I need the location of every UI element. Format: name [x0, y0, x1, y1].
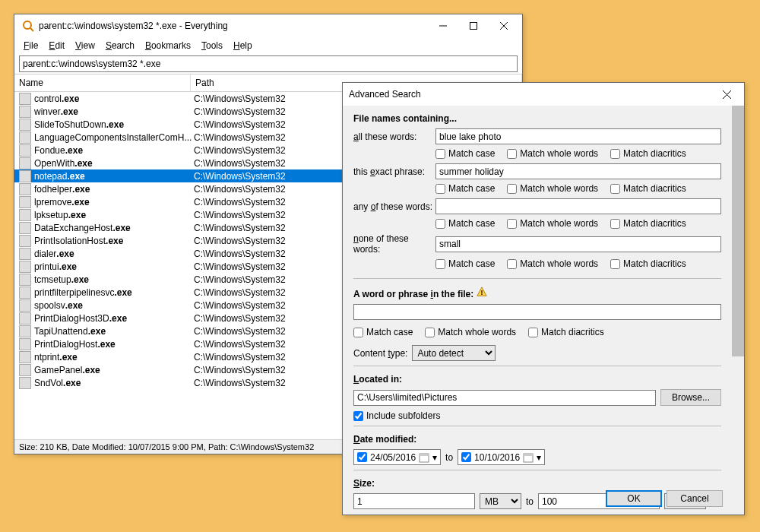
- adv-close-button[interactable]: [715, 84, 738, 105]
- input-exact-phrase[interactable]: [435, 163, 721, 179]
- date-from[interactable]: 24/05/2016▾: [353, 449, 441, 465]
- input-size-from[interactable]: [353, 493, 475, 509]
- chk-match-whole-3[interactable]: Match whole words: [507, 218, 598, 229]
- section-word-in-file: A word or phrase in the file: !: [353, 287, 721, 299]
- file-icon: [19, 196, 31, 208]
- file-name: Fondue.exe: [34, 145, 194, 156]
- menu-edit[interactable]: Edit: [44, 39, 69, 52]
- svg-line-1: [30, 28, 33, 31]
- date-to[interactable]: 10/10/2016▾: [458, 449, 545, 465]
- chk-match-whole-4[interactable]: Match whole words: [507, 258, 598, 269]
- search-input[interactable]: [19, 55, 518, 72]
- file-icon: [19, 274, 31, 286]
- menu-view[interactable]: View: [71, 39, 100, 52]
- input-all-words[interactable]: [435, 128, 721, 144]
- chk-match-diacritics-1[interactable]: Match diacritics: [610, 148, 686, 159]
- warning-icon: !: [477, 287, 487, 297]
- chk-match-diacritics-3[interactable]: Match diacritics: [610, 218, 686, 229]
- menu-file[interactable]: File: [19, 39, 43, 52]
- menu-tools[interactable]: Tools: [197, 39, 227, 52]
- file-icon: [19, 131, 31, 144]
- file-name: PrintDialogHost3D.exe: [34, 313, 194, 324]
- chk-match-case-file[interactable]: Match case: [353, 327, 413, 337]
- adv-body: File names containing... all these words…: [343, 106, 744, 515]
- ok-button[interactable]: OK: [606, 490, 662, 507]
- file-name: dialer.exe: [34, 249, 194, 259]
- chk-include-subfolders[interactable]: Include subfolders: [353, 410, 721, 421]
- chk-match-whole-2[interactable]: Match whole words: [507, 183, 598, 194]
- file-icon: [19, 261, 31, 273]
- column-name[interactable]: Name: [14, 74, 191, 91]
- file-name: spoolsv.exe: [34, 300, 194, 311]
- file-icon: [19, 144, 31, 157]
- close-button[interactable]: [489, 15, 519, 36]
- select-content-type[interactable]: Auto detect: [412, 345, 496, 361]
- input-none-words[interactable]: [435, 236, 721, 252]
- scrollbar-track[interactable]: [732, 106, 744, 515]
- advanced-search-window: Advanced Search File names containing...…: [342, 82, 745, 515]
- file-name: PrintIsolationHost.exe: [34, 236, 194, 246]
- titlebar[interactable]: parent:c:\windows\system32 *.exe - Every…: [14, 14, 522, 37]
- scrollbar-thumb[interactable]: [732, 106, 744, 356]
- chk-match-diacritics-2[interactable]: Match diacritics: [610, 183, 686, 194]
- chk-match-diacritics-4[interactable]: Match diacritics: [610, 258, 686, 269]
- file-name: SndVol.exe: [34, 378, 194, 388]
- file-icon: [19, 299, 31, 312]
- file-icon: [19, 312, 31, 325]
- file-icon: [19, 287, 31, 299]
- minimize-button[interactable]: [428, 15, 458, 36]
- file-icon: [19, 209, 31, 221]
- chk-match-whole-1[interactable]: Match whole words: [507, 148, 598, 159]
- file-name: printui.exe: [34, 261, 194, 272]
- searchbar: [19, 55, 518, 72]
- file-icon: [19, 338, 31, 350]
- label-to-date: to: [445, 452, 453, 463]
- svg-rect-13: [524, 454, 533, 456]
- maximize-button[interactable]: [458, 15, 489, 36]
- chk-match-case-2[interactable]: Match case: [435, 183, 495, 194]
- menubar: File Edit View Search Bookmarks Tools He…: [14, 37, 522, 54]
- file-name: tcmsetup.exe: [34, 274, 194, 285]
- file-name: TapiUnattend.exe: [34, 326, 194, 337]
- file-name: SlideToShutDown.exe: [34, 119, 194, 130]
- input-located-in[interactable]: [353, 390, 656, 406]
- file-icon: [19, 377, 31, 389]
- file-icon: [19, 170, 31, 182]
- label-content-type: Content type:: [353, 348, 407, 359]
- browse-button[interactable]: Browse...: [660, 389, 721, 406]
- file-name: DataExchangeHost.exe: [34, 223, 194, 233]
- file-name: lpksetup.exe: [34, 210, 194, 220]
- section-file-names: File names containing...: [353, 113, 721, 124]
- chk-match-diacritics-file[interactable]: Match diacritics: [528, 327, 604, 337]
- file-icon: [19, 93, 31, 105]
- file-icon: [19, 364, 31, 376]
- section-date-modified: Date modified:: [353, 434, 721, 445]
- adv-titlebar[interactable]: Advanced Search: [343, 83, 744, 106]
- file-name: PrintDialogHost.exe: [34, 339, 194, 350]
- menu-bookmarks[interactable]: Bookmarks: [141, 39, 195, 52]
- chk-match-whole-file[interactable]: Match whole words: [425, 327, 516, 337]
- label-any-words: any of these words:: [353, 201, 435, 212]
- app-icon: [22, 20, 34, 32]
- file-icon: [19, 183, 31, 195]
- input-any-words[interactable]: [435, 198, 721, 214]
- cancel-button[interactable]: Cancel: [667, 490, 723, 507]
- input-word-in-file[interactable]: [353, 304, 721, 320]
- chk-match-case-1[interactable]: Match case: [435, 148, 495, 159]
- section-located-in: Located in:: [353, 374, 721, 385]
- calendar-icon: [523, 452, 534, 463]
- file-icon: [19, 157, 31, 169]
- svg-rect-3: [470, 23, 477, 30]
- label-exact-phrase: this exact phrase:: [353, 166, 435, 177]
- menu-search[interactable]: Search: [101, 39, 139, 52]
- select-size-from-unit[interactable]: MB: [480, 493, 521, 509]
- file-icon: [19, 235, 31, 247]
- file-icon: [19, 325, 31, 337]
- menu-help[interactable]: Help: [229, 39, 257, 52]
- file-name: winver.exe: [34, 106, 194, 117]
- chk-match-case-3[interactable]: Match case: [435, 218, 495, 229]
- file-icon: [19, 351, 31, 363]
- chk-match-case-4[interactable]: Match case: [435, 258, 495, 269]
- file-icon: [19, 119, 31, 131]
- section-size: Size:: [353, 478, 721, 489]
